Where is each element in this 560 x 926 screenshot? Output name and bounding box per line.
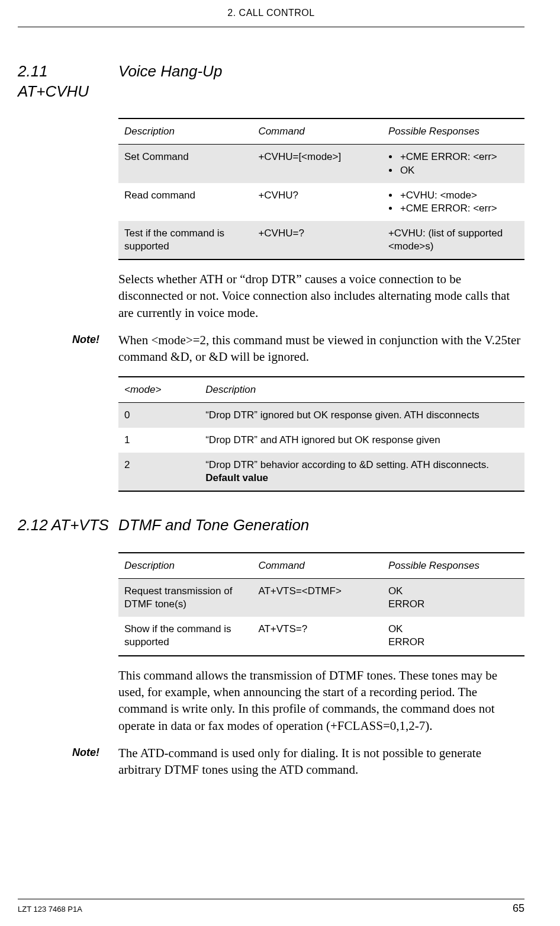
command-table: Description Command Possible Responses R…: [118, 552, 524, 656]
th-command: Command: [252, 118, 382, 145]
table-row: Set Command +CVHU=[<mode>] +CME ERROR: <…: [118, 145, 524, 183]
page-number: 65: [513, 902, 524, 915]
cell-desc: “Drop DTR” ignored but OK response given…: [199, 402, 524, 428]
note-label: Note!: [18, 745, 118, 760]
cell-desc-pre: “Drop DTR” behavior according to &D sett…: [205, 459, 489, 470]
cell-resp: +CVHU: (list of supported <mode>s): [382, 221, 524, 259]
th-description: Description: [118, 118, 252, 145]
cell-desc: Set Command: [118, 145, 252, 183]
cell-desc: Test if the command is supported: [118, 221, 252, 259]
page-footer: LZT 123 7468 P1A 65: [18, 899, 524, 915]
cell-resp: OK ERROR: [382, 617, 524, 655]
command-table: Description Command Possible Responses S…: [118, 118, 524, 260]
cell-desc-bold: Default value: [205, 472, 268, 483]
cell-mode: 2: [118, 453, 199, 491]
cell-cmd: +CVHU=[<mode>]: [252, 145, 382, 183]
cell-desc: Request transmission of DTMF tone(s): [118, 579, 252, 617]
resp-item: +CME ERROR: <err>: [399, 150, 519, 164]
cell-mode: 0: [118, 402, 199, 428]
table-row: 1 “Drop DTR” and ATH ignored but OK resp…: [118, 428, 524, 453]
cell-resp: +CVHU: <mode> +CME ERROR: <err>: [382, 183, 524, 221]
cell-desc: Read command: [118, 183, 252, 221]
note-body: The ATD-command is used only for dialing…: [118, 745, 524, 778]
th-mode: <mode>: [118, 377, 199, 403]
resp-item: OK: [399, 164, 519, 177]
body-paragraph: This command allows the transmission of …: [118, 667, 524, 734]
th-responses: Possible Responses: [382, 553, 524, 579]
th-description: Description: [199, 377, 524, 403]
cell-desc: “Drop DTR” and ATH ignored but OK respon…: [199, 428, 524, 453]
cell-desc: Show if the command is supported: [118, 617, 252, 655]
cell-cmd: +CVHU?: [252, 183, 382, 221]
cell-resp: OK ERROR: [382, 579, 524, 617]
table-row: Test if the command is supported +CVHU=?…: [118, 221, 524, 259]
cell-desc: “Drop DTR” behavior according to &D sett…: [199, 453, 524, 491]
section-number: 2.11 AT+CVHU: [18, 62, 118, 102]
resp-item: +CME ERROR: <err>: [399, 202, 519, 215]
cell-cmd: +CVHU=?: [252, 221, 382, 259]
table-row: Read command +CVHU? +CVHU: <mode> +CME E…: [118, 183, 524, 221]
cell-resp: +CME ERROR: <err> OK: [382, 145, 524, 183]
table-row: 0 “Drop DTR” ignored but OK response giv…: [118, 402, 524, 428]
mode-table: <mode> Description 0 “Drop DTR” ignored …: [118, 376, 524, 492]
note-body: When <mode>=2, this command must be view…: [118, 332, 524, 366]
table-row: Request transmission of DTMF tone(s) AT+…: [118, 579, 524, 617]
th-description: Description: [118, 553, 252, 579]
th-command: Command: [252, 553, 382, 579]
table-row: 2 “Drop DTR” behavior according to &D se…: [118, 453, 524, 491]
resp-item: +CVHU: <mode>: [399, 189, 519, 202]
body-paragraph: Selects whether ATH or “drop DTR” causes…: [118, 271, 524, 321]
cell-mode: 1: [118, 428, 199, 453]
cell-cmd: AT+VTS=<DTMF>: [252, 579, 382, 617]
note-label: Note!: [18, 332, 118, 347]
header-rule: [18, 27, 524, 27]
cell-cmd: AT+VTS=?: [252, 617, 382, 655]
section-title: DTMF and Tone Generation: [118, 515, 524, 536]
doc-id: LZT 123 7468 P1A: [18, 905, 82, 915]
chapter-header: 2. CALL CONTROL: [18, 7, 524, 20]
section-number: 2.12 AT+VTS: [18, 515, 118, 536]
section-2-12: 2.12 AT+VTS DTMF and Tone Generation Des…: [18, 515, 524, 778]
section-title: Voice Hang-Up: [118, 62, 524, 82]
table-row: Show if the command is supported AT+VTS=…: [118, 617, 524, 655]
th-responses: Possible Responses: [382, 118, 524, 145]
footer-rule: [18, 899, 524, 899]
section-2-11: 2.11 AT+CVHU Voice Hang-Up Description C…: [18, 62, 524, 492]
